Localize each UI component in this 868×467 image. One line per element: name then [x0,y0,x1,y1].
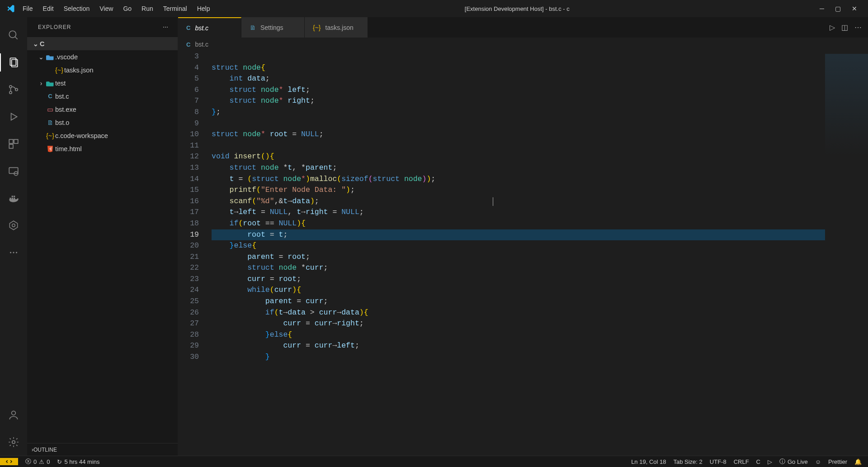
sidebar-more-icon[interactable]: ⋯ [163,24,169,30]
prettier[interactable]: Prettier [828,458,847,465]
split-editor-icon[interactable]: ◫ [841,23,848,32]
minimize-icon[interactable]: ─ [820,5,824,12]
source-control-icon[interactable] [0,76,27,103]
editor: C bst.c 🗎 Settings {~} tasks.json ▷ ◫ ⋯ … [178,17,868,456]
chevron-down-icon: ⌄ [37,53,45,61]
maximize-icon[interactable]: ▢ [835,5,841,12]
menu-terminal[interactable]: Terminal [159,3,192,14]
settings-gear-icon[interactable] [0,429,27,456]
menu-bar: File Edit Selection View Go Run Terminal… [18,3,214,14]
code-editor[interactable]: struct node{ int data; struct node* left… [207,51,825,456]
tree-file-tasks-json[interactable]: {~} tasks.json [27,63,178,76]
tree-file-bst-exe[interactable]: ▭ bst.exe [27,103,178,116]
menu-view[interactable]: View [95,3,118,14]
menu-run[interactable]: Run [137,3,158,14]
svg-rect-10 [9,144,13,148]
feedback-icon[interactable]: ☺ [815,458,821,465]
vscode-logo-icon [4,4,18,13]
tree-file-bst-o[interactable]: 🗎 bst.o [27,116,178,129]
go-live[interactable]: ⓘ Go Live [779,457,808,466]
more-icon[interactable] [0,239,27,266]
breadcrumb-label: bst.c [195,41,208,48]
menu-selection[interactable]: Selection [59,3,94,14]
cursor-position[interactable]: Ln 19, Col 18 [631,458,666,465]
menu-go[interactable]: Go [118,3,136,14]
svg-point-5 [9,91,12,94]
svg-point-17 [16,252,17,253]
warning-icon: ⚠ [39,458,44,465]
breadcrumb[interactable]: C bst.c [178,38,868,51]
kubernetes-icon[interactable] [0,212,27,239]
svg-point-18 [12,411,16,415]
svg-rect-8 [9,139,13,143]
run-debug-icon[interactable] [0,103,27,130]
minimap[interactable] [825,51,868,456]
json-icon: {~} [45,132,55,139]
time-tracker[interactable]: ↻ 5 hrs 44 mins [57,458,99,465]
tab-label: Settings [260,24,283,31]
remote-indicator[interactable] [0,458,18,465]
menu-help[interactable]: Help [193,3,215,14]
account-icon[interactable] [0,401,27,429]
tab-settings[interactable]: 🗎 Settings [241,17,305,38]
root-label: C [40,40,44,48]
folder-icon [45,54,55,60]
clock-icon: ↻ [57,458,62,465]
svg-point-16 [13,252,14,253]
folder-icon [45,80,55,86]
problems-indicator[interactable]: ⓧ0 ⚠0 [25,457,50,466]
object-file-icon: 🗎 [45,119,55,126]
tree-label: c.code-workspace [55,132,108,139]
tree-file-bst-c[interactable]: C bst.c [27,90,178,103]
menu-file[interactable]: File [18,3,38,14]
tree-root[interactable]: ⌄ C [27,37,178,50]
svg-rect-9 [14,139,18,143]
menu-edit[interactable]: Edit [38,3,58,14]
json-icon: {~} [54,67,64,74]
editor-more-icon[interactable]: ⋯ [854,23,862,32]
svg-marker-13 [9,221,17,230]
sidebar: EXPLORER ⋯ ⌄ C ⌄ .vscode {~} tasks.json … [27,17,178,456]
tree-file-workspace[interactable]: {~} c.code-workspace [27,129,178,142]
tab-bst-c[interactable]: C bst.c [178,17,241,38]
search-icon[interactable] [0,22,27,49]
tree-label: tasks.json [64,67,93,74]
broadcast-icon: ⓘ [779,457,785,466]
svg-line-1 [15,37,17,39]
encoding[interactable]: UTF-8 [710,458,726,465]
outline-section[interactable]: › OUTLINE [27,443,178,456]
tree-file-time-html[interactable]: 5 time.html [27,142,178,155]
outline-label: OUTLINE [33,447,57,453]
tree-folder-test[interactable]: › test [27,76,178,90]
tree-label: .vscode [55,53,78,61]
tab-label: tasks.json [326,24,354,31]
line-gutter: 3456789101112131415161718192021222324252… [178,51,207,456]
svg-point-0 [9,31,16,38]
svg-point-19 [12,441,15,444]
exe-icon: ▭ [45,106,55,113]
html-icon: 5 [45,145,55,152]
docker-icon[interactable] [0,185,27,212]
indentation[interactable]: Tab Size: 2 [673,458,702,465]
eol[interactable]: CRLF [734,458,749,465]
explorer-icon[interactable] [0,49,27,76]
extensions-icon[interactable] [0,130,27,157]
tree-label: test [55,80,66,87]
run-code-icon[interactable]: ▷ [768,458,772,465]
chevron-down-icon: ⌄ [32,40,40,48]
tab-tasks-json[interactable]: {~} tasks.json [305,17,368,38]
json-icon: {~} [313,24,321,31]
sidebar-header: EXPLORER ⋯ [27,17,178,37]
statusbar: ⓧ0 ⚠0 ↻ 5 hrs 44 mins Ln 19, Col 18 Tab … [0,456,868,467]
remote-icon[interactable] [0,157,27,185]
run-icon[interactable]: ▷ [830,23,835,32]
notifications-icon[interactable]: 🔔 [854,458,862,465]
tree-folder-vscode[interactable]: ⌄ .vscode [27,50,178,63]
c-file-icon: C [45,93,55,100]
tree-label: bst.o [55,119,69,126]
tree-label: time.html [55,145,82,152]
language-mode[interactable]: C [756,458,760,465]
sidebar-title: EXPLORER [38,24,71,30]
close-icon[interactable]: ✕ [852,5,857,12]
tab-bar: C bst.c 🗎 Settings {~} tasks.json ▷ ◫ ⋯ [178,17,868,38]
